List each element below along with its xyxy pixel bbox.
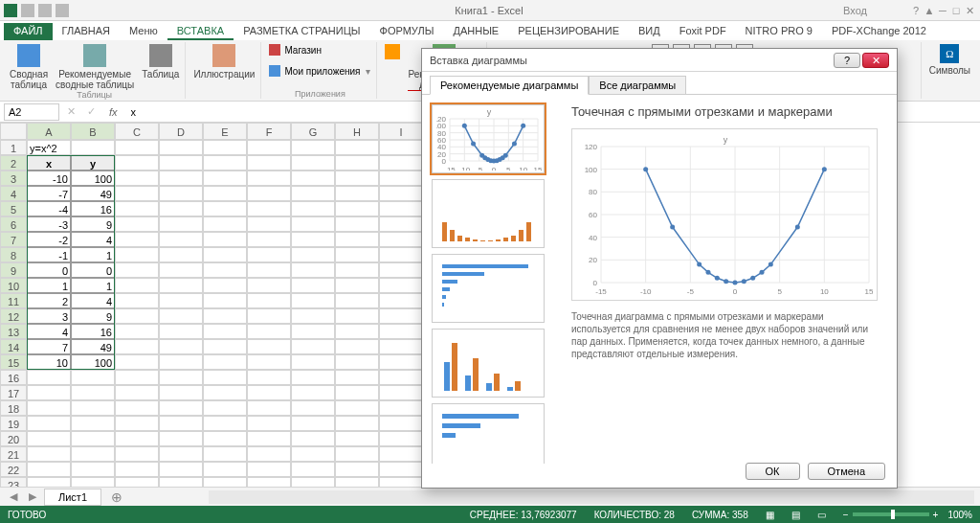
cell[interactable] bbox=[159, 308, 203, 324]
cell[interactable] bbox=[159, 370, 203, 385]
cell[interactable] bbox=[379, 462, 423, 477]
cell[interactable] bbox=[335, 308, 379, 324]
row-header[interactable]: 5 bbox=[0, 201, 27, 216]
cell[interactable]: 4 bbox=[71, 232, 115, 247]
cell[interactable] bbox=[115, 324, 159, 339]
zoom-slider[interactable] bbox=[853, 512, 929, 516]
cell[interactable] bbox=[247, 431, 291, 446]
cell[interactable] bbox=[115, 171, 159, 186]
cell[interactable] bbox=[115, 155, 159, 171]
cell[interactable]: 2 bbox=[27, 293, 71, 308]
cell[interactable] bbox=[379, 308, 423, 324]
cell[interactable] bbox=[203, 308, 247, 324]
cell[interactable] bbox=[203, 201, 247, 216]
cell[interactable]: -7 bbox=[27, 186, 71, 201]
cell[interactable] bbox=[203, 155, 247, 171]
cell[interactable] bbox=[71, 446, 115, 462]
cell[interactable] bbox=[203, 431, 247, 446]
view-normal-icon[interactable]: ▦ bbox=[766, 510, 774, 520]
cancel-button[interactable]: Отмена bbox=[808, 463, 885, 480]
cell[interactable] bbox=[159, 339, 203, 354]
cell[interactable] bbox=[379, 278, 423, 293]
cell[interactable]: y bbox=[71, 155, 115, 171]
cell[interactable] bbox=[203, 140, 247, 155]
cell[interactable] bbox=[247, 247, 291, 262]
row-header[interactable]: 4 bbox=[0, 186, 27, 201]
cell[interactable] bbox=[247, 462, 291, 477]
cell[interactable] bbox=[115, 232, 159, 247]
column-header[interactable]: A bbox=[27, 123, 71, 140]
tab-рецензирование[interactable]: РЕЦЕНЗИРОВАНИЕ bbox=[508, 23, 629, 40]
cell[interactable] bbox=[291, 400, 335, 416]
cell[interactable] bbox=[335, 247, 379, 262]
zoom-control[interactable]: −+ 100% bbox=[843, 510, 972, 520]
tab-формулы[interactable]: ФОРМУЛЫ bbox=[370, 23, 444, 40]
cell[interactable] bbox=[379, 186, 423, 201]
cell[interactable] bbox=[27, 462, 71, 477]
dialog-titlebar[interactable]: Вставка диаграммы ? ✕ bbox=[422, 49, 897, 72]
cell[interactable] bbox=[71, 370, 115, 385]
cell[interactable] bbox=[335, 339, 379, 354]
cell[interactable] bbox=[335, 293, 379, 308]
ribbon-toggle-icon[interactable]: ▲ bbox=[923, 4, 936, 17]
tab-all-charts[interactable]: Все диаграммы bbox=[589, 76, 686, 95]
view-break-icon[interactable]: ▭ bbox=[817, 510, 826, 520]
column-header[interactable]: G bbox=[291, 123, 335, 140]
cell[interactable]: 7 bbox=[27, 339, 71, 354]
cell[interactable] bbox=[335, 462, 379, 477]
cell[interactable] bbox=[247, 477, 291, 487]
cell[interactable] bbox=[247, 400, 291, 416]
cell[interactable] bbox=[115, 416, 159, 431]
cell[interactable] bbox=[71, 140, 115, 155]
cell[interactable] bbox=[247, 385, 291, 400]
cell[interactable] bbox=[159, 232, 203, 247]
cell[interactable] bbox=[335, 216, 379, 232]
cell[interactable] bbox=[203, 339, 247, 354]
cell[interactable] bbox=[115, 354, 159, 370]
cell[interactable] bbox=[247, 232, 291, 247]
cell[interactable] bbox=[379, 232, 423, 247]
sheet-nav-prev-icon[interactable]: ◀ bbox=[6, 490, 21, 503]
column-header[interactable]: H bbox=[335, 123, 379, 140]
cell[interactable] bbox=[71, 400, 115, 416]
cell[interactable] bbox=[335, 370, 379, 385]
cell[interactable] bbox=[379, 324, 423, 339]
cell[interactable] bbox=[379, 293, 423, 308]
cell[interactable] bbox=[71, 416, 115, 431]
cell[interactable] bbox=[379, 216, 423, 232]
cell[interactable] bbox=[335, 262, 379, 278]
cell[interactable] bbox=[247, 216, 291, 232]
cell[interactable]: 3 bbox=[27, 308, 71, 324]
cell[interactable] bbox=[115, 201, 159, 216]
cell[interactable] bbox=[291, 477, 335, 487]
cell[interactable] bbox=[335, 385, 379, 400]
cell[interactable] bbox=[379, 400, 423, 416]
row-header[interactable]: 13 bbox=[0, 324, 27, 339]
cell[interactable]: -4 bbox=[27, 201, 71, 216]
cell[interactable] bbox=[203, 171, 247, 186]
thumb-bar-h[interactable] bbox=[432, 254, 545, 323]
cell[interactable] bbox=[159, 262, 203, 278]
row-header[interactable]: 21 bbox=[0, 446, 27, 462]
cell[interactable] bbox=[203, 400, 247, 416]
cell[interactable] bbox=[335, 416, 379, 431]
cell[interactable] bbox=[203, 416, 247, 431]
cell[interactable]: 4 bbox=[71, 293, 115, 308]
thumb-scatter-line[interactable]: -15-10-5051015020406080100120y bbox=[432, 104, 545, 173]
cell[interactable] bbox=[203, 278, 247, 293]
row-header[interactable]: 8 bbox=[0, 247, 27, 262]
cell[interactable] bbox=[71, 431, 115, 446]
maximize-icon[interactable]: □ bbox=[949, 4, 963, 17]
row-header[interactable]: 14 bbox=[0, 339, 27, 354]
cell[interactable] bbox=[335, 201, 379, 216]
cell[interactable]: y=x^2 bbox=[27, 140, 71, 155]
cell[interactable] bbox=[115, 216, 159, 232]
cell[interactable] bbox=[291, 201, 335, 216]
row-header[interactable]: 18 bbox=[0, 400, 27, 416]
pivot-table-button[interactable]: Сводная таблица bbox=[10, 44, 48, 90]
cell[interactable] bbox=[335, 477, 379, 487]
cell[interactable]: 9 bbox=[71, 308, 115, 324]
cell[interactable] bbox=[291, 354, 335, 370]
cell[interactable] bbox=[379, 385, 423, 400]
redo-icon[interactable] bbox=[56, 4, 69, 17]
